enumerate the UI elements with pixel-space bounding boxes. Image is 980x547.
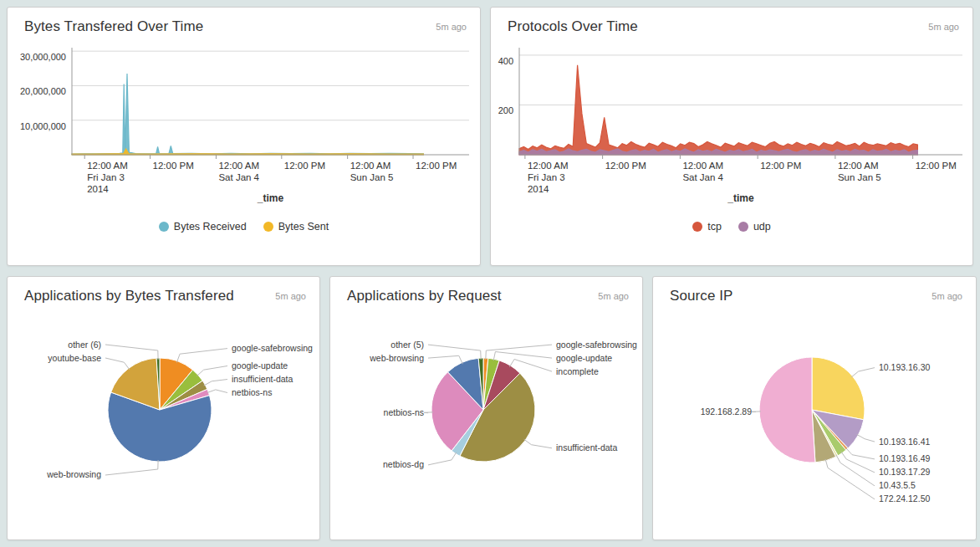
bytes-time-chart[interactable]: 10,000,00020,000,00030,000,00012:00 AMFr… xyxy=(8,37,481,214)
pie-slice-192.168.2.89 xyxy=(759,357,815,463)
pie: google-safebrowsinggoogle-updateinsuffic… xyxy=(46,340,313,480)
panel-title: Applications by Bytes Transfered xyxy=(24,288,234,304)
label-leader xyxy=(428,355,462,364)
label-leader xyxy=(851,368,875,377)
legend-dot xyxy=(159,222,169,232)
label-leader xyxy=(836,455,875,486)
label-leader xyxy=(207,390,227,393)
svg-text:google-safebrowsing: google-safebrowsing xyxy=(232,343,313,353)
plot-area: 20040012:00 AMFri Jan 3201412:00 PM12:00… xyxy=(498,48,962,204)
svg-text:10.193.17.29: 10.193.17.29 xyxy=(879,467,930,477)
svg-text:Sat Jan 4: Sat Jan 4 xyxy=(682,172,723,182)
svg-text:12:00 AM: 12:00 AM xyxy=(350,161,391,171)
svg-text:youtube-base: youtube-base xyxy=(48,353,101,363)
svg-text:2014: 2014 xyxy=(528,184,549,194)
bytes-time-legend: Bytes ReceivedBytes Sent xyxy=(8,221,480,233)
panel-title: Protocols Over Time xyxy=(508,18,638,35)
svg-text:_time: _time xyxy=(727,192,754,204)
series-tcp xyxy=(519,65,917,155)
panel-age: 5m ago xyxy=(436,22,467,32)
legend-label: tcp xyxy=(707,221,722,233)
source-ip-pie[interactable]: 10.193.16.3010.193.16.4110.193.16.4910.1… xyxy=(653,306,977,530)
pie-slice-10.193.16.30 xyxy=(812,357,865,420)
plot-area: 10,000,00020,000,00030,000,00012:00 AMFr… xyxy=(20,48,469,204)
svg-text:12:00 PM: 12:00 PM xyxy=(916,161,957,171)
svg-text:netbios-dg: netbios-dg xyxy=(383,459,424,469)
legend-label: udp xyxy=(753,221,771,233)
svg-text:google-update: google-update xyxy=(556,353,612,363)
svg-text:Fri Jan 3: Fri Jan 3 xyxy=(528,172,565,182)
panel-protocols-over-time: Protocols Over Time 5m ago 20040012:00 A… xyxy=(490,7,973,266)
svg-text:20,000,000: 20,000,000 xyxy=(20,86,66,96)
panel-bytes-over-time: Bytes Transfered Over Time 5m ago 10,000… xyxy=(7,7,481,266)
legend-item-tcp[interactable]: tcp xyxy=(692,221,722,233)
panel-title: Applications by Request xyxy=(347,288,502,304)
legend-dot xyxy=(263,222,273,232)
label-leader xyxy=(825,459,875,499)
legend-item-udp[interactable]: udp xyxy=(738,221,771,233)
legend-dot xyxy=(738,222,748,232)
panel-title: Source IP xyxy=(670,288,733,304)
legend-item-Bytes Sent[interactable]: Bytes Sent xyxy=(263,221,329,233)
svg-text:Sat Jan 4: Sat Jan 4 xyxy=(218,172,259,182)
svg-text:200: 200 xyxy=(498,105,513,115)
label-leader xyxy=(197,366,228,376)
panel-age: 5m ago xyxy=(275,291,306,301)
protocols-legend: tcpudp xyxy=(491,221,972,233)
svg-text:_time: _time xyxy=(257,192,284,204)
svg-text:12:00 AM: 12:00 AM xyxy=(838,161,879,171)
apps-by-request-pie[interactable]: google-safebrowsinggoogle-updateincomple… xyxy=(330,306,643,530)
panel-apps-by-bytes: Applications by Bytes Transfered 5m ago … xyxy=(7,276,320,540)
label-leader xyxy=(493,352,552,361)
pie: google-safebrowsinggoogle-updateincomple… xyxy=(369,340,637,470)
panel-header: Bytes Transfered Over Time 5m ago xyxy=(8,8,480,37)
label-leader xyxy=(846,448,875,459)
panel-title: Bytes Transfered Over Time xyxy=(24,18,203,35)
label-leader xyxy=(105,358,130,370)
svg-text:10,000,000: 10,000,000 xyxy=(20,121,66,131)
svg-text:Sun Jan 5: Sun Jan 5 xyxy=(838,172,881,182)
label-leader xyxy=(105,345,158,360)
svg-text:web-browsing: web-browsing xyxy=(46,469,101,479)
svg-text:Sun Jan 5: Sun Jan 5 xyxy=(350,172,394,182)
protocols-time-chart[interactable]: 20040012:00 AMFri Jan 3201412:00 PM12:00… xyxy=(491,37,973,214)
svg-text:12:00 PM: 12:00 PM xyxy=(760,161,801,171)
svg-text:google-update: google-update xyxy=(232,360,288,371)
svg-text:192.168.2.89: 192.168.2.89 xyxy=(701,406,752,417)
svg-text:insufficient-data: insufficient-data xyxy=(232,374,293,384)
label-leader xyxy=(176,349,227,363)
svg-text:12:00 AM: 12:00 AM xyxy=(87,161,128,171)
svg-text:incomplete: incomplete xyxy=(556,366,599,376)
label-leader xyxy=(524,439,552,448)
svg-text:12:00 PM: 12:00 PM xyxy=(416,161,457,171)
panel-header: Applications by Bytes Transfered 5m ago xyxy=(8,277,319,306)
label-leader xyxy=(841,452,875,473)
svg-text:12:00 PM: 12:00 PM xyxy=(153,161,194,171)
svg-text:other (6): other (6) xyxy=(68,340,101,350)
label-leader xyxy=(857,434,875,442)
svg-text:400: 400 xyxy=(498,56,513,66)
svg-text:10.193.16.49: 10.193.16.49 xyxy=(879,453,930,463)
svg-text:12:00 AM: 12:00 AM xyxy=(528,161,569,171)
pie: 10.193.16.3010.193.16.4110.193.16.4910.1… xyxy=(701,357,931,504)
svg-text:netbios-ns: netbios-ns xyxy=(384,407,424,417)
label-leader xyxy=(105,460,158,475)
svg-text:12:00 PM: 12:00 PM xyxy=(605,161,646,171)
svg-text:30,000,000: 30,000,000 xyxy=(20,52,66,62)
label-leader xyxy=(752,412,761,412)
legend-label: Bytes Sent xyxy=(278,221,329,233)
svg-text:insufficient-data: insufficient-data xyxy=(556,442,618,452)
svg-text:12:00 PM: 12:00 PM xyxy=(284,161,325,171)
apps-by-bytes-pie[interactable]: google-safebrowsinggoogle-updateinsuffic… xyxy=(8,306,320,530)
panel-header: Source IP 5m ago xyxy=(653,277,976,306)
svg-text:12:00 AM: 12:00 AM xyxy=(682,161,723,171)
legend-item-Bytes Received[interactable]: Bytes Received xyxy=(159,221,247,233)
panel-age: 5m ago xyxy=(928,22,959,32)
label-leader xyxy=(428,452,457,465)
panel-apps-by-request: Applications by Request 5m ago google-sa… xyxy=(329,276,643,540)
panel-age: 5m ago xyxy=(598,291,629,301)
svg-text:10.43.5.5: 10.43.5.5 xyxy=(879,480,916,490)
svg-text:12:00 AM: 12:00 AM xyxy=(218,161,259,171)
svg-text:other (5): other (5) xyxy=(390,340,424,350)
panel-header: Protocols Over Time 5m ago xyxy=(491,8,972,37)
